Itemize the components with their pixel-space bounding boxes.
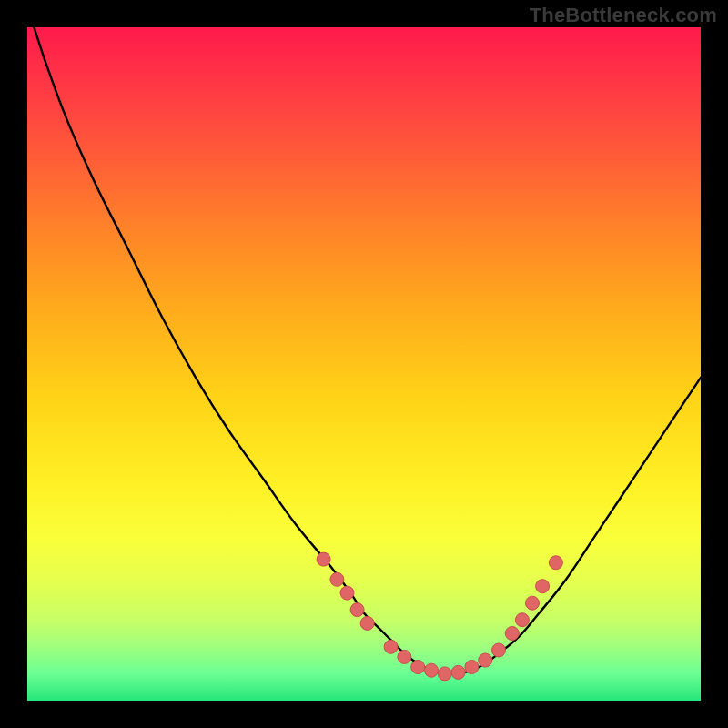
watermark-text: TheBottleneck.com <box>530 4 717 27</box>
curve-marker <box>317 552 330 566</box>
curve-marker <box>492 643 506 657</box>
chart-svg <box>27 27 701 701</box>
curve-markers <box>317 552 562 681</box>
curve-marker <box>350 603 364 617</box>
curve-marker <box>505 627 519 641</box>
curve-marker <box>360 616 374 630</box>
curve-marker <box>479 653 492 667</box>
curve-marker <box>465 661 479 674</box>
curve-marker <box>549 556 562 570</box>
chart-stage: TheBottleneck.com <box>0 0 728 728</box>
curve-marker <box>411 661 425 674</box>
curve-marker <box>330 572 344 586</box>
bottleneck-curve-path <box>34 27 701 674</box>
curve-marker <box>384 640 398 653</box>
plot-area <box>27 27 701 701</box>
curve-marker <box>425 663 439 677</box>
curve-marker <box>340 586 354 600</box>
curve-marker <box>398 650 411 663</box>
curve-marker <box>451 665 465 679</box>
curve-marker <box>438 667 451 681</box>
curve-marker <box>515 613 529 627</box>
curve-marker <box>536 580 550 593</box>
curve-marker <box>526 596 540 610</box>
